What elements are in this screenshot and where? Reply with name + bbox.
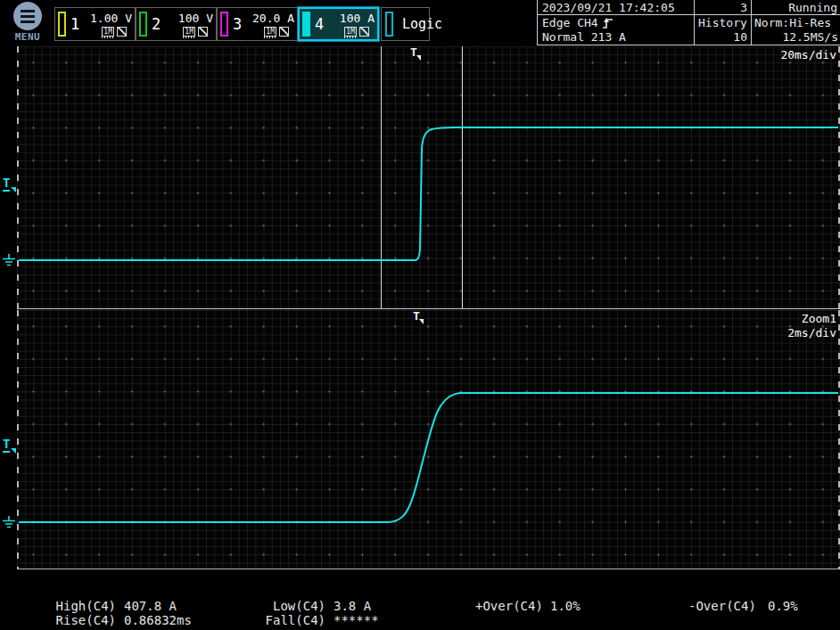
measure-pover-label: +Over(C4) bbox=[475, 599, 543, 613]
menu-label: MENU bbox=[7, 31, 48, 43]
probe-icon bbox=[279, 27, 289, 37]
channel-4-color-icon bbox=[302, 12, 310, 37]
ground-level-icon-zoom[interactable] bbox=[2, 516, 16, 528]
hamburger-icon bbox=[13, 2, 42, 30]
logic-button[interactable]: Logic bbox=[381, 7, 430, 41]
measure-low-value: 3.8 A bbox=[334, 599, 371, 613]
measurement-readout: High(C4) 407.8 A Rise(C4) 0.86832ms Low(… bbox=[0, 595, 840, 630]
impedance-icon: 1M bbox=[183, 27, 195, 37]
ch4-trace-main bbox=[17, 46, 840, 308]
channel-4-number: 4 bbox=[315, 15, 324, 33]
pane-divider bbox=[17, 308, 840, 309]
menu-button[interactable]: MENU bbox=[7, 2, 48, 45]
status-block: 2023/09/21 17:42:05 3 Running Edge CH4 N… bbox=[537, 0, 840, 45]
ground-level-icon-main[interactable] bbox=[2, 254, 16, 266]
channel-1-scale: 1.00 V bbox=[90, 12, 132, 25]
channel-3-number: 3 bbox=[233, 15, 242, 33]
history-label[interactable]: History bbox=[698, 16, 747, 29]
measure-rise-label: Rise(C4) bbox=[52, 613, 116, 627]
measure-rise-value: 0.86832ms bbox=[124, 613, 192, 627]
channel-2-scale: 100 V bbox=[178, 12, 213, 25]
logic-color-icon bbox=[385, 12, 393, 37]
impedance-icon: 1M bbox=[344, 27, 357, 37]
ch4-trace-zoom bbox=[17, 310, 840, 569]
zoom-waveform-area: T Zoom1 2ms/div bbox=[17, 310, 840, 569]
trigger-type: Edge CH4 bbox=[542, 16, 598, 29]
probe-icon bbox=[117, 27, 127, 37]
measure-pover-value: 1.0% bbox=[550, 599, 581, 613]
measure-fall-value: ****** bbox=[334, 613, 379, 627]
trigger-mode: Normal 213 A bbox=[542, 30, 626, 44]
channel-3-button[interactable]: 3 20.0 A 1M bbox=[217, 7, 298, 41]
history-value: 10 bbox=[695, 30, 747, 44]
measure-nover-label: -Over(C4) bbox=[688, 599, 756, 613]
probe-icon bbox=[198, 27, 208, 37]
datetime: 2023/09/21 17:42:05 bbox=[542, 1, 675, 14]
zoom-title-label: Zoom1 bbox=[802, 312, 836, 326]
channel-2-color-icon bbox=[139, 12, 147, 37]
measure-high-value: 407.8 A bbox=[124, 599, 177, 613]
main-timebase-label: 20ms/div bbox=[780, 48, 836, 62]
channel-3-color-icon bbox=[220, 12, 228, 37]
main-waveform-area: T 20ms/div bbox=[17, 46, 840, 308]
measure-fall-label: Fall(C4) bbox=[261, 613, 325, 627]
trigger-level-marker-zoom[interactable]: T bbox=[3, 438, 10, 450]
measure-low-label: Low(C4) bbox=[261, 599, 325, 613]
channel-1-button[interactable]: 1 1.00 V 1M bbox=[54, 7, 136, 41]
zoom-timebase-label: 2ms/div bbox=[787, 326, 836, 340]
top-bar: MENU 1 1.00 V 1M 2 100 V 1M 3 20.0 A bbox=[0, 0, 840, 46]
channel-1-number: 1 bbox=[70, 15, 79, 33]
trigger-settings[interactable]: Edge CH4 bbox=[542, 16, 614, 29]
record-mode[interactable]: Norm:Hi-Res bbox=[754, 16, 831, 29]
channel-4-scale: 100 A bbox=[340, 12, 375, 25]
channel-2-button[interactable]: 2 100 V 1M bbox=[136, 7, 217, 41]
channel-1-color-icon bbox=[58, 12, 66, 37]
probe-icon bbox=[359, 27, 369, 37]
logic-label: Logic bbox=[402, 16, 442, 32]
rising-edge-icon bbox=[602, 17, 614, 29]
channel-4-button-active[interactable]: 4 100 A 1M bbox=[298, 7, 379, 41]
run-state[interactable]: Running bbox=[752, 1, 837, 14]
channel-3-scale: 20.0 A bbox=[252, 12, 294, 25]
impedance-icon: 1M bbox=[264, 27, 276, 37]
measure-nover-value: 0.9% bbox=[768, 599, 798, 613]
impedance-icon: 1M bbox=[102, 27, 114, 37]
channel-2-number: 2 bbox=[152, 15, 161, 33]
sample-rate: 12.5MS/s bbox=[752, 30, 838, 44]
trigger-level-marker-main[interactable]: T bbox=[3, 177, 10, 189]
acquisition-count: 3 bbox=[695, 1, 747, 14]
measure-high-label: High(C4) bbox=[52, 599, 116, 613]
